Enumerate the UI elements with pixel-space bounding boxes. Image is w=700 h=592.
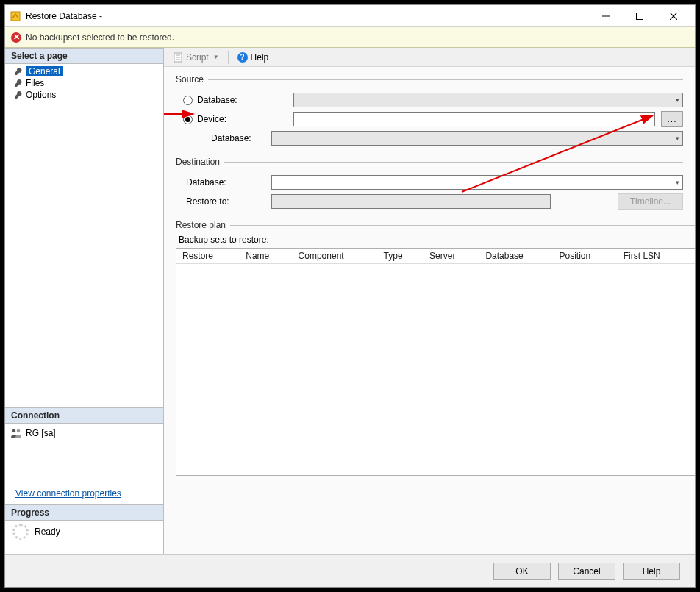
chevron-down-icon: ▼ xyxy=(213,54,219,60)
col-position[interactable]: Position xyxy=(554,249,618,264)
chevron-down-icon: ▾ xyxy=(676,96,679,104)
window-title: Restore Database - xyxy=(26,11,589,21)
col-component[interactable]: Component xyxy=(293,249,378,264)
ok-button[interactable]: OK xyxy=(493,563,551,580)
progress-status: Ready xyxy=(35,527,60,537)
right-panel: Script ▼ ? Help Source xyxy=(164,48,695,554)
help-button[interactable]: ? Help xyxy=(235,51,272,64)
source-database-label: Database: xyxy=(197,95,238,105)
restore-database-window: Restore Database - ✕ No backupset select… xyxy=(4,4,696,588)
source-database-dropdown[interactable]: ▾ xyxy=(293,93,683,107)
connection-value: RG [sa] xyxy=(26,428,56,438)
destination-database-dropdown[interactable]: ▾ xyxy=(271,175,683,190)
browse-device-button[interactable]: ... xyxy=(661,111,683,127)
maximize-button[interactable] xyxy=(623,5,657,27)
connection-value-row: RG [sa] xyxy=(5,424,163,443)
source-device-label: Device: xyxy=(197,114,226,124)
svg-point-6 xyxy=(17,429,21,433)
help-icon: ? xyxy=(238,52,248,63)
view-connection-properties-link[interactable]: View connection properties xyxy=(15,488,121,499)
device-path-input[interactable] xyxy=(293,112,655,126)
wrench-icon xyxy=(14,67,23,76)
help-button-bottom[interactable]: Help xyxy=(623,563,680,580)
source-device-radio[interactable] xyxy=(183,115,193,124)
svg-point-5 xyxy=(12,429,16,433)
sidebar: Select a page General Files xyxy=(5,48,164,554)
script-icon xyxy=(173,52,183,63)
cancel-button[interactable]: Cancel xyxy=(558,563,615,580)
timeline-button[interactable]: Timeline... xyxy=(618,193,683,210)
source-legend: Source xyxy=(176,74,208,85)
backup-sets-subtitle: Backup sets to restore: xyxy=(176,235,695,245)
close-button[interactable] xyxy=(657,5,690,27)
source-section: Source Database: ▾ xyxy=(176,74,683,149)
error-icon: ✕ xyxy=(11,32,21,43)
progress-row: Ready xyxy=(5,521,163,543)
backup-sets-table[interactable]: Restore Name Component Type Server Datab… xyxy=(176,248,695,476)
script-button[interactable]: Script ▼ xyxy=(170,51,222,64)
wrench-icon xyxy=(14,79,23,88)
server-user-icon xyxy=(11,428,21,438)
progress-header: Progress xyxy=(5,504,163,521)
restore-plan-section: Restore plan Backup sets to restore: Res… xyxy=(176,220,695,498)
restore-plan-legend: Restore plan xyxy=(176,220,230,230)
col-type[interactable]: Type xyxy=(378,249,424,264)
col-restore[interactable]: Restore xyxy=(176,249,240,264)
destination-legend: Destination xyxy=(176,157,224,167)
col-server[interactable]: Server xyxy=(424,249,479,264)
destination-section: Destination Database: ▾ Restore to: xyxy=(176,157,683,213)
chevron-down-icon: ▾ xyxy=(676,179,679,186)
toolbar-separator xyxy=(228,51,229,64)
page-item-files[interactable]: Files xyxy=(5,77,163,89)
titlebar: Restore Database - xyxy=(5,5,695,27)
panel-toolbar: Script ▼ ? Help xyxy=(164,48,695,67)
dialog-button-bar: OK Cancel Help xyxy=(5,554,695,587)
page-item-options[interactable]: Options xyxy=(5,89,163,101)
col-firstlsn[interactable]: First LSN xyxy=(618,249,690,264)
wrench-icon xyxy=(14,90,23,99)
app-icon xyxy=(10,10,21,22)
connection-header: Connection xyxy=(5,407,163,424)
source-database-radio[interactable] xyxy=(183,96,193,105)
select-page-header: Select a page xyxy=(5,48,163,64)
alert-strip: ✕ No backupset selected to be restored. xyxy=(5,27,695,48)
svg-rect-2 xyxy=(637,13,643,19)
connection-properties-link-row: View connection properties xyxy=(5,484,163,504)
restore-to-input xyxy=(271,194,551,209)
minimize-button[interactable] xyxy=(589,5,623,27)
col-database[interactable]: Database xyxy=(479,249,553,264)
source-sub-database-label: Database: xyxy=(176,133,271,143)
col-lastlsn[interactable]: Last LSN xyxy=(690,249,695,264)
alert-text: No backupset selected to be restored. xyxy=(26,32,174,43)
chevron-down-icon: ▾ xyxy=(676,135,679,142)
source-sub-database-dropdown[interactable]: ▾ xyxy=(271,131,683,146)
page-item-general[interactable]: General xyxy=(5,65,163,77)
col-name[interactable]: Name xyxy=(240,249,292,264)
restore-to-label: Restore to: xyxy=(176,196,271,207)
progress-spinner-icon xyxy=(12,524,29,540)
destination-database-label: Database: xyxy=(176,177,271,188)
